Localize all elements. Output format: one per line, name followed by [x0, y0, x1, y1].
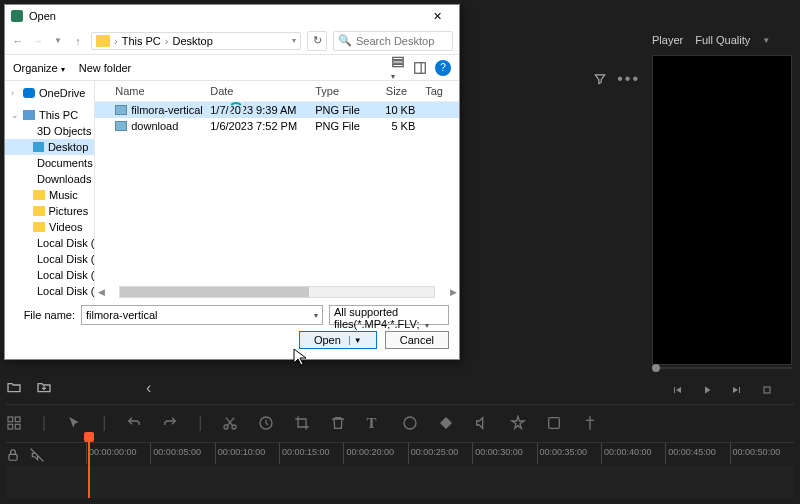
redo-icon[interactable]	[162, 415, 178, 431]
chevron-right-icon: ›	[114, 35, 118, 47]
tree-item-downloads[interactable]: Downloads	[5, 171, 94, 187]
prev-frame-icon[interactable]	[671, 384, 683, 396]
help-button[interactable]: ?	[435, 60, 451, 76]
filter-icon[interactable]	[593, 72, 607, 86]
refresh-button[interactable]: ↻	[307, 31, 327, 51]
file-row[interactable]: filmora-vertical 1/7/2023 9:39 AM PNG Fi…	[95, 102, 459, 118]
column-date[interactable]: Date	[210, 85, 315, 97]
timeline-tick: 00:00:05:00	[150, 443, 214, 464]
quality-dropdown[interactable]: Full Quality	[695, 34, 750, 46]
player-label: Player	[652, 34, 683, 46]
tree-item-drive-f[interactable]: Local Disk (F:)	[5, 283, 94, 299]
next-frame-icon[interactable]	[731, 384, 743, 396]
tree-item-pictures[interactable]: Pictures	[5, 203, 94, 219]
timeline-tick: 00:00:00:00	[86, 443, 150, 464]
back-button[interactable]: ←	[11, 35, 25, 47]
keyframe-icon[interactable]	[438, 415, 454, 431]
tree-item-3d-objects[interactable]: 3D Objects	[5, 123, 94, 139]
search-box[interactable]: 🔍	[333, 31, 453, 51]
column-size[interactable]: Size	[375, 85, 415, 97]
grid-icon[interactable]	[6, 415, 22, 431]
filetype-filter[interactable]: All supported files(*.MP4;*.FLV; ▾	[329, 305, 449, 325]
view-options-button[interactable]: ▾	[391, 55, 405, 81]
add-folder-icon[interactable]	[6, 379, 22, 395]
timeline-ruler[interactable]: 00:00:00:00 00:00:05:00 00:00:10:00 00:0…	[6, 442, 794, 464]
new-folder-button[interactable]: New folder	[79, 62, 132, 74]
file-list[interactable]: Name Date Type Size Tag filmora-vertical…	[95, 81, 459, 299]
horizontal-scrollbar[interactable]: ◀ ▶	[95, 285, 459, 299]
delete-icon[interactable]	[330, 415, 346, 431]
column-type[interactable]: Type	[315, 85, 375, 97]
open-button[interactable]: Open▼	[299, 331, 377, 349]
up-button[interactable]: ↑	[71, 35, 85, 47]
preview-pane-button[interactable]	[413, 61, 427, 75]
onedrive-icon	[23, 88, 35, 98]
scroll-right-icon[interactable]: ▶	[447, 287, 459, 297]
close-button[interactable]: ✕	[421, 10, 453, 23]
lock-track-icon[interactable]	[6, 448, 20, 462]
tree-item-documents[interactable]: Documents	[5, 155, 94, 171]
breadcrumb-current[interactable]: Desktop	[172, 35, 212, 47]
timeline-tick: 00:00:35:00	[537, 443, 601, 464]
filename-combo[interactable]: filmora-vertical ▾	[81, 305, 323, 325]
mute-track-icon[interactable]	[30, 448, 44, 462]
breadcrumb-root[interactable]: This PC	[122, 35, 161, 47]
stop-icon[interactable]	[761, 384, 773, 396]
marker-icon[interactable]	[582, 415, 598, 431]
crop-icon[interactable]	[294, 415, 310, 431]
timeline-tick: 00:00:15:00	[279, 443, 343, 464]
tree-item-onedrive[interactable]: ›OneDrive	[5, 85, 94, 101]
tree-item-this-pc[interactable]: ⌄This PC	[5, 107, 94, 123]
breadcrumb-bar[interactable]: › This PC › Desktop ▾	[91, 32, 301, 50]
organize-menu[interactable]: Organize ▾	[13, 62, 65, 74]
chevron-down-icon[interactable]: ▾	[292, 36, 296, 45]
column-tag[interactable]: Tag	[415, 85, 451, 97]
folder-tree[interactable]: ›OneDrive ⌄This PC 3D Objects Desktop Do…	[5, 81, 95, 299]
color-icon[interactable]	[402, 415, 418, 431]
svg-rect-9	[549, 417, 560, 428]
tree-item-desktop[interactable]: Desktop	[5, 139, 94, 155]
tree-item-music[interactable]: Music	[5, 187, 94, 203]
column-name[interactable]: Name	[115, 85, 210, 97]
pointer-icon[interactable]	[66, 415, 82, 431]
history-dropdown[interactable]: ▼	[51, 36, 65, 45]
file-size: 10 KB	[375, 104, 415, 116]
undo-icon[interactable]	[126, 415, 142, 431]
collapse-icon[interactable]: ‹	[146, 379, 162, 395]
svg-rect-4	[15, 424, 20, 429]
mask-icon[interactable]	[546, 415, 562, 431]
svg-point-8	[404, 417, 416, 429]
file-row[interactable]: download 1/6/2023 7:52 PM PNG File 5 KB	[95, 118, 459, 134]
chevron-down-icon[interactable]: ▾	[314, 311, 318, 320]
forward-button[interactable]: →	[31, 35, 45, 47]
media-filter-bar: •••	[460, 70, 640, 88]
search-input[interactable]	[356, 35, 446, 47]
effects-icon[interactable]	[510, 415, 526, 431]
timeline-tick: 00:00:30:00	[472, 443, 536, 464]
more-icon[interactable]: •••	[617, 70, 640, 88]
speed-icon[interactable]	[258, 415, 274, 431]
playback-slider[interactable]	[652, 367, 792, 369]
chevron-down-icon[interactable]: ▾	[425, 321, 429, 330]
tree-item-drive-c[interactable]: Local Disk (C:)	[5, 235, 94, 251]
tree-item-videos[interactable]: Videos	[5, 219, 94, 235]
player-panel-header: Player Full Quality ▼	[652, 30, 792, 50]
app-icon	[11, 10, 23, 22]
cut-icon[interactable]	[222, 415, 238, 431]
scroll-left-icon[interactable]: ◀	[95, 287, 107, 297]
scrollbar-thumb[interactable]	[120, 287, 308, 297]
audio-icon[interactable]	[474, 415, 490, 431]
cancel-button[interactable]: Cancel	[385, 331, 449, 349]
open-dropdown-icon[interactable]: ▼	[349, 336, 362, 345]
folder-icon	[33, 222, 45, 232]
playhead[interactable]	[88, 438, 90, 498]
image-file-icon	[115, 105, 127, 115]
file-list-header[interactable]: Name Date Type Size Tag	[95, 81, 459, 102]
tree-item-drive-e[interactable]: Local Disk (E:)	[5, 267, 94, 283]
play-icon[interactable]	[701, 384, 713, 396]
timeline-track[interactable]	[6, 466, 794, 498]
timeline-tick: 00:00:20:00	[343, 443, 407, 464]
tree-item-drive-d[interactable]: Local Disk (D:)	[5, 251, 94, 267]
text-icon[interactable]: T	[366, 415, 382, 431]
add-media-icon[interactable]	[36, 379, 52, 395]
